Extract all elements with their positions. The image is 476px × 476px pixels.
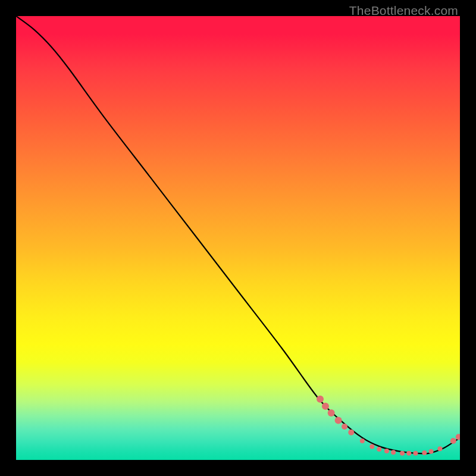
watermark-text: TheBottleneck.com — [349, 4, 458, 18]
data-marker — [335, 417, 342, 424]
data-marker — [317, 396, 324, 403]
curve-line — [16, 16, 460, 454]
data-marker — [413, 451, 418, 456]
data-marker — [400, 451, 405, 456]
data-marker — [348, 430, 354, 436]
chart-svg — [16, 16, 460, 460]
data-marker — [377, 447, 381, 452]
data-marker — [360, 439, 365, 443]
data-marker — [328, 409, 335, 416]
chart-container: TheBottleneck.com — [0, 0, 476, 476]
markers-group — [317, 396, 460, 456]
data-marker — [456, 434, 460, 440]
plot-area — [16, 16, 460, 460]
data-marker — [384, 449, 389, 453]
data-marker — [429, 449, 434, 454]
data-marker — [406, 451, 411, 456]
data-marker — [391, 450, 396, 455]
data-marker — [342, 424, 347, 430]
data-marker — [437, 446, 442, 451]
data-marker — [422, 450, 427, 455]
data-marker — [450, 438, 456, 444]
data-marker — [369, 444, 374, 449]
data-marker — [322, 403, 329, 410]
